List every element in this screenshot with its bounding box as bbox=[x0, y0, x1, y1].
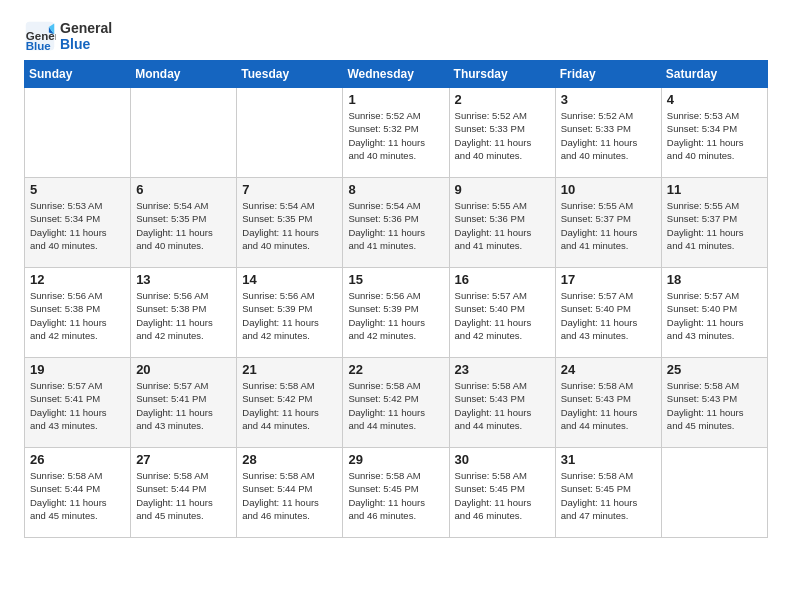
day-info: Sunrise: 5:52 AMSunset: 5:32 PMDaylight:… bbox=[348, 109, 443, 162]
day-info: Sunrise: 5:58 AMSunset: 5:43 PMDaylight:… bbox=[561, 379, 656, 432]
day-number: 29 bbox=[348, 452, 443, 467]
day-info: Sunrise: 5:53 AMSunset: 5:34 PMDaylight:… bbox=[30, 199, 125, 252]
day-info: Sunrise: 5:58 AMSunset: 5:44 PMDaylight:… bbox=[242, 469, 337, 522]
day-number: 24 bbox=[561, 362, 656, 377]
day-info: Sunrise: 5:58 AMSunset: 5:43 PMDaylight:… bbox=[455, 379, 550, 432]
calendar-cell: 16Sunrise: 5:57 AMSunset: 5:40 PMDayligh… bbox=[449, 268, 555, 358]
day-number: 8 bbox=[348, 182, 443, 197]
day-number: 14 bbox=[242, 272, 337, 287]
day-info: Sunrise: 5:58 AMSunset: 5:44 PMDaylight:… bbox=[136, 469, 231, 522]
calendar-cell: 27Sunrise: 5:58 AMSunset: 5:44 PMDayligh… bbox=[131, 448, 237, 538]
calendar-cell: 9Sunrise: 5:55 AMSunset: 5:36 PMDaylight… bbox=[449, 178, 555, 268]
day-info: Sunrise: 5:55 AMSunset: 5:37 PMDaylight:… bbox=[561, 199, 656, 252]
calendar-header-row: SundayMondayTuesdayWednesdayThursdayFrid… bbox=[25, 61, 768, 88]
calendar-cell: 3Sunrise: 5:52 AMSunset: 5:33 PMDaylight… bbox=[555, 88, 661, 178]
calendar-cell bbox=[131, 88, 237, 178]
day-number: 18 bbox=[667, 272, 762, 287]
calendar-week-row: 5Sunrise: 5:53 AMSunset: 5:34 PMDaylight… bbox=[25, 178, 768, 268]
day-number: 28 bbox=[242, 452, 337, 467]
calendar-cell: 13Sunrise: 5:56 AMSunset: 5:38 PMDayligh… bbox=[131, 268, 237, 358]
calendar-table: SundayMondayTuesdayWednesdayThursdayFrid… bbox=[24, 60, 768, 538]
day-info: Sunrise: 5:58 AMSunset: 5:42 PMDaylight:… bbox=[348, 379, 443, 432]
calendar-cell: 30Sunrise: 5:58 AMSunset: 5:45 PMDayligh… bbox=[449, 448, 555, 538]
col-header-monday: Monday bbox=[131, 61, 237, 88]
day-info: Sunrise: 5:54 AMSunset: 5:36 PMDaylight:… bbox=[348, 199, 443, 252]
calendar-cell: 2Sunrise: 5:52 AMSunset: 5:33 PMDaylight… bbox=[449, 88, 555, 178]
day-info: Sunrise: 5:56 AMSunset: 5:39 PMDaylight:… bbox=[348, 289, 443, 342]
day-info: Sunrise: 5:58 AMSunset: 5:42 PMDaylight:… bbox=[242, 379, 337, 432]
calendar-cell: 10Sunrise: 5:55 AMSunset: 5:37 PMDayligh… bbox=[555, 178, 661, 268]
day-info: Sunrise: 5:52 AMSunset: 5:33 PMDaylight:… bbox=[561, 109, 656, 162]
calendar-cell bbox=[237, 88, 343, 178]
calendar-week-row: 26Sunrise: 5:58 AMSunset: 5:44 PMDayligh… bbox=[25, 448, 768, 538]
calendar-cell: 31Sunrise: 5:58 AMSunset: 5:45 PMDayligh… bbox=[555, 448, 661, 538]
calendar-cell: 17Sunrise: 5:57 AMSunset: 5:40 PMDayligh… bbox=[555, 268, 661, 358]
logo-general: General bbox=[60, 20, 112, 36]
calendar-cell: 6Sunrise: 5:54 AMSunset: 5:35 PMDaylight… bbox=[131, 178, 237, 268]
calendar-week-row: 12Sunrise: 5:56 AMSunset: 5:38 PMDayligh… bbox=[25, 268, 768, 358]
day-info: Sunrise: 5:56 AMSunset: 5:39 PMDaylight:… bbox=[242, 289, 337, 342]
calendar-cell: 11Sunrise: 5:55 AMSunset: 5:37 PMDayligh… bbox=[661, 178, 767, 268]
day-number: 2 bbox=[455, 92, 550, 107]
day-info: Sunrise: 5:54 AMSunset: 5:35 PMDaylight:… bbox=[136, 199, 231, 252]
calendar-cell: 23Sunrise: 5:58 AMSunset: 5:43 PMDayligh… bbox=[449, 358, 555, 448]
day-number: 23 bbox=[455, 362, 550, 377]
calendar-cell: 29Sunrise: 5:58 AMSunset: 5:45 PMDayligh… bbox=[343, 448, 449, 538]
day-number: 27 bbox=[136, 452, 231, 467]
day-number: 31 bbox=[561, 452, 656, 467]
header: General Blue General Blue bbox=[24, 20, 768, 52]
day-info: Sunrise: 5:58 AMSunset: 5:45 PMDaylight:… bbox=[561, 469, 656, 522]
day-info: Sunrise: 5:58 AMSunset: 5:45 PMDaylight:… bbox=[348, 469, 443, 522]
day-info: Sunrise: 5:54 AMSunset: 5:35 PMDaylight:… bbox=[242, 199, 337, 252]
day-number: 22 bbox=[348, 362, 443, 377]
calendar-week-row: 1Sunrise: 5:52 AMSunset: 5:32 PMDaylight… bbox=[25, 88, 768, 178]
calendar-cell: 22Sunrise: 5:58 AMSunset: 5:42 PMDayligh… bbox=[343, 358, 449, 448]
day-number: 5 bbox=[30, 182, 125, 197]
day-number: 6 bbox=[136, 182, 231, 197]
day-info: Sunrise: 5:57 AMSunset: 5:40 PMDaylight:… bbox=[455, 289, 550, 342]
calendar-cell: 5Sunrise: 5:53 AMSunset: 5:34 PMDaylight… bbox=[25, 178, 131, 268]
day-number: 4 bbox=[667, 92, 762, 107]
calendar-cell: 26Sunrise: 5:58 AMSunset: 5:44 PMDayligh… bbox=[25, 448, 131, 538]
logo-blue: Blue bbox=[60, 36, 112, 52]
svg-text:Blue: Blue bbox=[26, 40, 52, 52]
day-info: Sunrise: 5:55 AMSunset: 5:36 PMDaylight:… bbox=[455, 199, 550, 252]
day-info: Sunrise: 5:57 AMSunset: 5:41 PMDaylight:… bbox=[136, 379, 231, 432]
calendar-cell: 4Sunrise: 5:53 AMSunset: 5:34 PMDaylight… bbox=[661, 88, 767, 178]
calendar-cell: 19Sunrise: 5:57 AMSunset: 5:41 PMDayligh… bbox=[25, 358, 131, 448]
col-header-saturday: Saturday bbox=[661, 61, 767, 88]
day-number: 21 bbox=[242, 362, 337, 377]
col-header-thursday: Thursday bbox=[449, 61, 555, 88]
day-info: Sunrise: 5:58 AMSunset: 5:43 PMDaylight:… bbox=[667, 379, 762, 432]
calendar-cell: 24Sunrise: 5:58 AMSunset: 5:43 PMDayligh… bbox=[555, 358, 661, 448]
day-number: 30 bbox=[455, 452, 550, 467]
day-info: Sunrise: 5:52 AMSunset: 5:33 PMDaylight:… bbox=[455, 109, 550, 162]
calendar-week-row: 19Sunrise: 5:57 AMSunset: 5:41 PMDayligh… bbox=[25, 358, 768, 448]
calendar-cell bbox=[661, 448, 767, 538]
day-number: 25 bbox=[667, 362, 762, 377]
calendar-cell: 1Sunrise: 5:52 AMSunset: 5:32 PMDaylight… bbox=[343, 88, 449, 178]
day-number: 20 bbox=[136, 362, 231, 377]
col-header-tuesday: Tuesday bbox=[237, 61, 343, 88]
logo-icon: General Blue bbox=[24, 20, 56, 52]
day-number: 26 bbox=[30, 452, 125, 467]
col-header-wednesday: Wednesday bbox=[343, 61, 449, 88]
calendar-cell: 7Sunrise: 5:54 AMSunset: 5:35 PMDaylight… bbox=[237, 178, 343, 268]
calendar-cell: 25Sunrise: 5:58 AMSunset: 5:43 PMDayligh… bbox=[661, 358, 767, 448]
calendar-cell: 28Sunrise: 5:58 AMSunset: 5:44 PMDayligh… bbox=[237, 448, 343, 538]
col-header-sunday: Sunday bbox=[25, 61, 131, 88]
calendar-cell: 20Sunrise: 5:57 AMSunset: 5:41 PMDayligh… bbox=[131, 358, 237, 448]
calendar-cell: 21Sunrise: 5:58 AMSunset: 5:42 PMDayligh… bbox=[237, 358, 343, 448]
day-info: Sunrise: 5:57 AMSunset: 5:41 PMDaylight:… bbox=[30, 379, 125, 432]
day-number: 3 bbox=[561, 92, 656, 107]
day-number: 1 bbox=[348, 92, 443, 107]
day-number: 15 bbox=[348, 272, 443, 287]
day-info: Sunrise: 5:57 AMSunset: 5:40 PMDaylight:… bbox=[667, 289, 762, 342]
day-number: 9 bbox=[455, 182, 550, 197]
calendar-cell: 15Sunrise: 5:56 AMSunset: 5:39 PMDayligh… bbox=[343, 268, 449, 358]
day-number: 7 bbox=[242, 182, 337, 197]
day-info: Sunrise: 5:56 AMSunset: 5:38 PMDaylight:… bbox=[30, 289, 125, 342]
day-info: Sunrise: 5:58 AMSunset: 5:44 PMDaylight:… bbox=[30, 469, 125, 522]
day-number: 17 bbox=[561, 272, 656, 287]
day-number: 12 bbox=[30, 272, 125, 287]
